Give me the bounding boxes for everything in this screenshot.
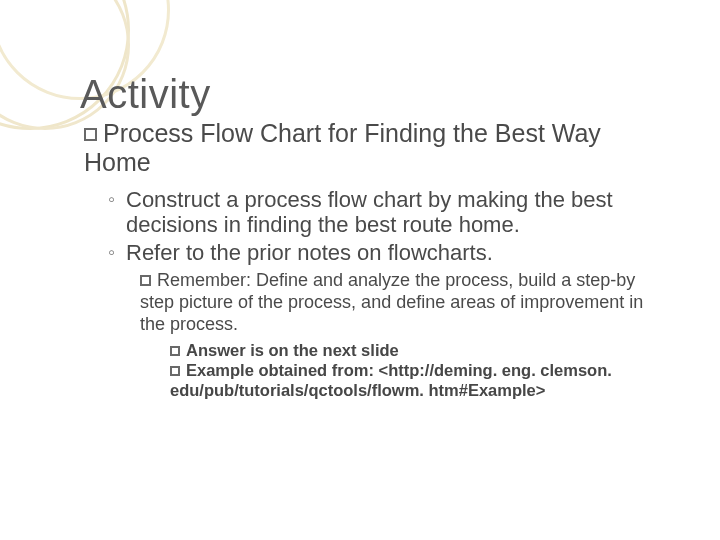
- angle-bullet-icon: ◦: [108, 240, 126, 266]
- level2-text: Construct a process flow chart by making…: [126, 187, 660, 239]
- square-bullet-icon: [170, 366, 180, 376]
- level4-item: Example obtained from: <http://deming. e…: [170, 361, 660, 401]
- level2-item: ◦ Construct a process flow chart by maki…: [108, 187, 660, 239]
- level4-text: Example obtained from: <http://deming. e…: [170, 361, 612, 399]
- level4-item: Answer is on the next slide: [170, 341, 660, 361]
- slide-body: Activity Process Flow Chart for Finding …: [80, 72, 660, 401]
- angle-bullet-icon: ◦: [108, 187, 126, 239]
- level2-item: ◦ Refer to the prior notes on flowcharts…: [108, 240, 660, 266]
- level4-text: Answer is on the next slide: [186, 341, 399, 359]
- level3-item: Remember: Define and analyze the process…: [140, 270, 660, 335]
- square-bullet-icon: [170, 346, 180, 356]
- slide-title: Activity: [80, 72, 660, 117]
- level1-text: Process Flow Chart for Finding the Best …: [84, 119, 601, 176]
- square-bullet-icon: [84, 128, 97, 141]
- square-bullet-icon: [140, 275, 151, 286]
- level3-text: Remember: Define and analyze the process…: [140, 270, 643, 333]
- level4-list: Answer is on the next slide Example obta…: [170, 341, 660, 400]
- level2-list: ◦ Construct a process flow chart by maki…: [108, 187, 660, 267]
- level2-text: Refer to the prior notes on flowcharts.: [126, 240, 660, 266]
- level1-item: Process Flow Chart for Finding the Best …: [84, 119, 660, 177]
